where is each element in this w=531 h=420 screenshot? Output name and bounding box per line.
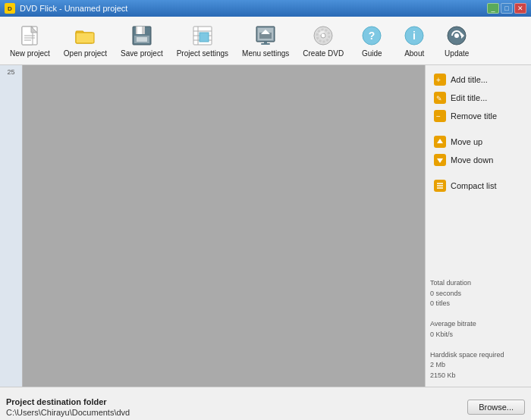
maximize-button[interactable]: □	[501, 3, 513, 14]
menu-settings-icon	[253, 24, 278, 48]
edit-title-icon: ✎	[434, 92, 446, 104]
titles-value: 0 titles	[430, 299, 526, 309]
create-dvd-label: Create DVD	[303, 49, 344, 58]
guide-button[interactable]: ? Guide	[352, 20, 391, 61]
save-project-button[interactable]: Save project	[115, 20, 168, 61]
separator-1	[430, 126, 526, 132]
close-button[interactable]: ✕	[514, 3, 526, 14]
create-dvd-button[interactable]: Create DVD	[297, 20, 349, 61]
remove-title-button[interactable]: − Remove title	[430, 108, 526, 124]
save-project-label: Save project	[121, 49, 163, 58]
main-area: 25 + Add title... ✎ Edit title... − Remo…	[0, 65, 531, 387]
project-settings-label: Project settings	[177, 49, 228, 58]
svg-text:+: +	[436, 76, 441, 84]
harddisk-value: 2 Mb	[430, 360, 526, 371]
move-down-button[interactable]: Move down	[430, 152, 526, 168]
svg-point-37	[454, 33, 459, 38]
svg-text:?: ?	[369, 30, 375, 42]
folder-label: Project destination folder	[6, 397, 130, 406]
browse-button[interactable]: Browse...	[467, 400, 525, 415]
svg-rect-11	[137, 27, 142, 34]
open-project-icon	[73, 24, 97, 48]
title-bar-text: D DVD Flick - Unnamed project	[5, 3, 127, 14]
minimize-button[interactable]: _	[487, 3, 499, 14]
window-controls[interactable]: _ □ ✕	[487, 3, 526, 14]
update-icon	[445, 24, 469, 48]
update-label: Update	[445, 49, 469, 58]
separator-2	[430, 170, 526, 176]
total-duration-label: Total duration	[430, 278, 526, 289]
toolbar: New project Open project Save project	[0, 17, 531, 65]
edit-title-button[interactable]: ✎ Edit title...	[430, 89, 526, 106]
guide-icon: ?	[360, 24, 384, 48]
average-bitrate-value: 0 Kbit/s	[430, 330, 526, 340]
destination-folder-section: Project destination folder C:\Users\Chir…	[6, 397, 130, 417]
update-button[interactable]: Update	[437, 20, 476, 61]
save-project-icon	[130, 24, 154, 48]
svg-text:✎: ✎	[436, 95, 442, 102]
compact-list-icon	[434, 180, 446, 192]
app-icon: D	[5, 3, 15, 14]
svg-marker-41	[437, 139, 443, 143]
new-project-icon	[17, 24, 42, 48]
move-down-label: Move down	[451, 155, 493, 165]
right-panel: + Add title... ✎ Edit title... − Remove …	[425, 65, 531, 387]
harddisk-value2: 2150 Kb	[430, 371, 526, 381]
svg-text:−: −	[436, 112, 441, 121]
compact-list-button[interactable]: Compact list	[430, 177, 526, 194]
harddisk-label: Harddisk space required	[430, 350, 526, 361]
window-title: DVD Flick - Unnamed project	[20, 4, 127, 13]
move-down-icon	[434, 154, 446, 166]
add-title-button[interactable]: + Add title...	[430, 71, 526, 88]
menu-settings-button[interactable]: Menu settings	[237, 20, 294, 61]
new-project-label: New project	[10, 49, 50, 58]
svg-rect-13	[137, 37, 147, 42]
move-up-label: Move up	[451, 137, 482, 146]
svg-rect-26	[264, 42, 267, 45]
move-up-button[interactable]: Move up	[430, 133, 526, 150]
move-up-icon	[434, 136, 446, 148]
svg-text:i: i	[413, 30, 416, 42]
svg-rect-19	[200, 33, 209, 42]
folder-path: C:\Users\Chirayu\Documents\dvd	[6, 408, 130, 417]
open-project-button[interactable]: Open project	[58, 20, 112, 61]
title-bar: D DVD Flick - Unnamed project _ □ ✕	[0, 0, 531, 17]
compact-list-label: Compact list	[451, 181, 497, 190]
new-project-button[interactable]: New project	[5, 20, 55, 61]
open-project-label: Open project	[64, 49, 107, 58]
about-icon: i	[402, 24, 426, 48]
project-settings-button[interactable]: Project settings	[171, 20, 234, 61]
panel-info: Total duration 0 seconds 0 titles Averag…	[430, 278, 526, 381]
page-number: 25	[7, 68, 14, 76]
edit-title-label: Edit title...	[451, 93, 487, 102]
total-duration-value: 0 seconds	[430, 289, 526, 299]
svg-rect-8	[76, 33, 94, 43]
bottom-bar: Project destination folder C:\Users\Chir…	[0, 387, 531, 420]
remove-title-icon: −	[434, 110, 446, 122]
create-dvd-icon	[311, 24, 335, 48]
svg-marker-42	[437, 158, 443, 163]
about-button[interactable]: i About	[394, 20, 434, 61]
add-title-label: Add title...	[451, 75, 488, 84]
add-title-icon: +	[434, 74, 446, 86]
menu-settings-label: Menu settings	[242, 49, 289, 58]
guide-label: Guide	[362, 49, 382, 58]
average-bitrate-label: Average bitrate	[430, 319, 526, 330]
title-list-area	[23, 65, 425, 387]
remove-title-label: Remove title	[451, 111, 497, 121]
project-settings-icon	[190, 24, 215, 48]
left-sidebar: 25	[0, 65, 23, 387]
about-label: About	[404, 49, 424, 58]
